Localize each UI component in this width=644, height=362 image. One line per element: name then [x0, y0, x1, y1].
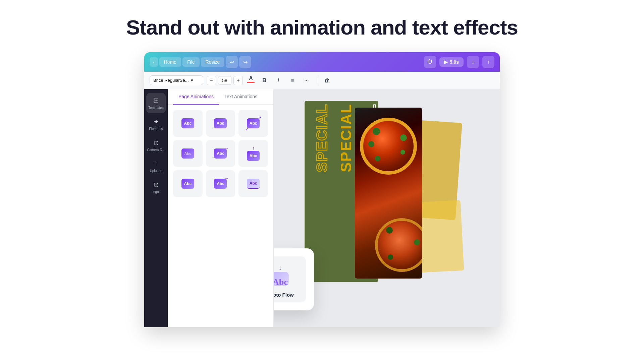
anim-card-5[interactable]: → Abc [206, 140, 235, 167]
uploads-icon: ↑ [154, 160, 158, 168]
font-name-label: Brice RegularSe... [153, 78, 189, 83]
font-size-minus[interactable]: − [207, 76, 216, 85]
anim-card-9[interactable]: Abc [238, 170, 268, 197]
download-button[interactable]: ↓ [467, 56, 479, 68]
font-selector[interactable]: Brice RegularSe... ▾ [150, 75, 203, 85]
toolbar: Brice RegularSe... ▾ − 58 + A B I ≡ ··· … [144, 72, 500, 89]
anim-card-6[interactable]: ↑ Abc [238, 140, 268, 167]
anim-icon-2: Abd [212, 115, 229, 132]
align-button[interactable]: ≡ [287, 75, 298, 86]
bold-button[interactable]: B [259, 75, 270, 86]
yellow-panel [355, 108, 422, 279]
anim-card-7[interactable]: Abc [173, 170, 203, 197]
app-header: ‹ Home File Resize ↩ ↪ ⏱ ▶ 5.0s ↓ ↑ [144, 52, 500, 72]
elements-icon: ✦ [153, 118, 159, 126]
panel-tabs: Page Animations Text Animations [168, 89, 273, 105]
back-button[interactable]: ‹ [150, 57, 158, 67]
anim-icon-6: ↑ Abc [245, 145, 262, 162]
anim-icon-4: Abc [179, 145, 197, 162]
pizza-card: SPECIAL SPECIAL SPECIAL [305, 101, 469, 315]
uploads-label: Uploads [150, 169, 162, 173]
photo-flow-icon: ↓ Abc [274, 262, 293, 289]
photo-flow-label: Photo Flow [274, 292, 294, 298]
color-a-label: A [249, 76, 253, 81]
sidebar-item-camera[interactable]: ⊙ Camera R... [146, 135, 166, 155]
anim-icon-5: → Abc [212, 145, 229, 162]
file-button[interactable]: File [182, 57, 200, 67]
delete-button[interactable]: 🗑 [322, 75, 332, 86]
sidebar-item-logos[interactable]: ⊕ Logos [146, 177, 166, 197]
text-col-2: SPECIAL [331, 104, 354, 172]
anim-card-4[interactable]: Abc [173, 140, 203, 167]
animation-popup: ↺ Abc Tumble ↗ ↙ [274, 248, 314, 310]
anim-icon-8: → Abc [212, 175, 229, 192]
header-right: ⏱ ▶ 5.0s ↓ ↑ [424, 56, 494, 68]
main-content: ⊞ Templates ✦ Elements ⊙ Camera R... ↑ U… [144, 89, 500, 327]
font-size-control: − 58 + [207, 76, 243, 85]
play-icon: ▶ [444, 59, 448, 65]
resize-button[interactable]: Resize [201, 57, 225, 67]
timer-button[interactable]: ⏱ [424, 56, 436, 68]
share-button[interactable]: ↑ [482, 56, 494, 68]
app-window: ‹ Home File Resize ↩ ↪ ⏱ ▶ 5.0s ↓ ↑ Bric… [144, 52, 500, 327]
sidebar: ⊞ Templates ✦ Elements ⊙ Camera R... ↑ U… [144, 89, 168, 327]
tab-text-animations[interactable]: Text Animations [219, 89, 263, 105]
anim-card-3[interactable]: ↗ ↙ Abc [238, 110, 268, 137]
anim-icon-9: Abc [245, 175, 262, 192]
animation-panel: Page Animations Text Animations Abc Abd [168, 89, 274, 327]
font-size-value[interactable]: 58 [218, 76, 231, 85]
sidebar-item-uploads[interactable]: ↑ Uploads [146, 157, 166, 176]
camera-icon: ⊙ [153, 139, 159, 147]
popup-cards-row: ↺ Abc Tumble ↗ ↙ [274, 256, 306, 302]
camera-label: Camera R... [147, 148, 165, 152]
italic-button[interactable]: I [273, 75, 284, 86]
header-nav: ‹ Home File Resize ↩ ↪ [150, 56, 251, 68]
undo-button[interactable]: ↩ [226, 56, 238, 68]
hero-heading: Stand out with animation and text effect… [126, 16, 518, 39]
logos-icon: ⊕ [153, 181, 159, 189]
tab-page-animations[interactable]: Page Animations [173, 89, 219, 105]
templates-icon: ⊞ [153, 97, 159, 105]
redo-button[interactable]: ↪ [239, 56, 251, 68]
logos-label: Logos [151, 190, 160, 194]
anim-icon-3: ↗ ↙ Abc [245, 115, 262, 132]
templates-label: Templates [148, 106, 164, 110]
animation-grid: Abc Abd ↗ ↙ Abc [168, 105, 273, 202]
play-button[interactable]: ▶ 5.0s [439, 57, 464, 67]
more-button[interactable]: ··· [301, 75, 312, 86]
elements-label: Elements [149, 127, 163, 131]
text-col-1: SPECIAL [307, 104, 329, 172]
anim-icon-1: Abc [179, 115, 197, 132]
font-size-plus[interactable]: + [233, 76, 243, 85]
color-picker[interactable]: A [246, 76, 256, 85]
canvas-area: SPECIAL SPECIAL SPECIAL [274, 89, 500, 327]
anim-card-1[interactable]: Abc [173, 110, 203, 137]
anim-icon-7: Abc [179, 175, 197, 192]
duration-label: 5.0s [450, 59, 459, 65]
home-button[interactable]: Home [159, 57, 181, 67]
popup-card-photo-flow[interactable]: ↓ Abc Photo Flow [274, 256, 306, 302]
color-bar [247, 82, 255, 83]
anim-card-8[interactable]: → Abc [206, 170, 235, 197]
sidebar-item-templates[interactable]: ⊞ Templates [146, 93, 166, 113]
chevron-down-icon: ▾ [191, 78, 193, 83]
anim-card-2[interactable]: Abd [206, 110, 235, 137]
sidebar-item-elements[interactable]: ✦ Elements [146, 114, 166, 134]
toolbar-separator [317, 76, 317, 84]
